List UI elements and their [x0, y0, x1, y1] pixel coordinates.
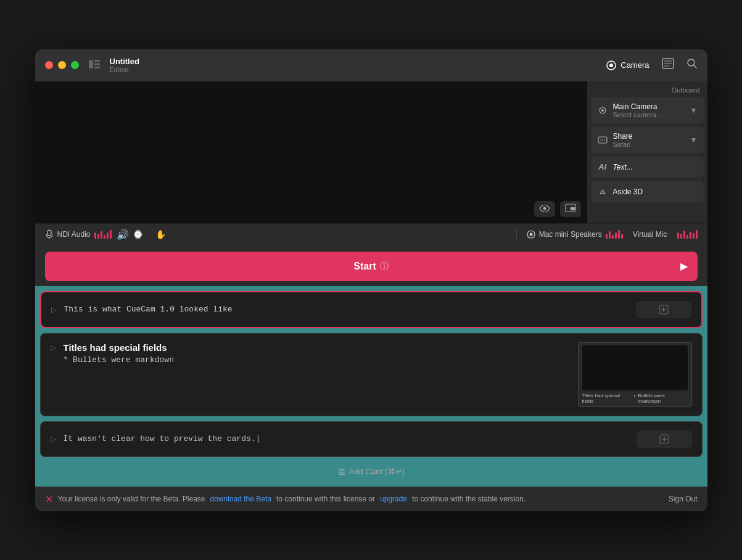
- eye-button[interactable]: [534, 201, 555, 217]
- card-2-bullet: * Bullets were markdown: [64, 355, 174, 364]
- card-2-thumbnail-preview: [582, 345, 688, 390]
- window-title: Untitled: [110, 57, 139, 67]
- card-3-text: It wasn't clear how to previw the cards.…: [64, 434, 627, 443]
- window-subtitle: Edited: [110, 66, 139, 73]
- upgrade-link[interactable]: upgrade: [380, 495, 407, 503]
- sidebar-item-text[interactable]: AI Text...: [591, 157, 704, 178]
- license-message-start: Your license is only valid for the Beta.…: [58, 495, 205, 503]
- outboard-label: Outboard: [587, 84, 707, 95]
- svg-rect-19: [47, 230, 51, 236]
- card-1[interactable]: ▷ This is what CueCam 1.0 looked like: [40, 291, 703, 328]
- card-2-thumbnail: Titles had special fields • Bullets were…: [578, 342, 692, 407]
- camera-item-title: Main Camera: [613, 102, 686, 111]
- virtualmic-volume-bars: [677, 230, 698, 239]
- svg-rect-2: [94, 63, 100, 65]
- download-beta-link[interactable]: download the Beta: [210, 495, 271, 503]
- camera-sidebar-icon: [597, 105, 608, 116]
- text-sidebar-icon: AI: [597, 162, 608, 173]
- svg-rect-14: [571, 207, 575, 210]
- share-item-title: Share: [613, 132, 686, 141]
- search-button[interactable]: [686, 58, 698, 72]
- preview-sidebar: Outboard Main Camera Select camera... ▼: [587, 81, 707, 223]
- start-button[interactable]: Start ⓘ ▶: [45, 252, 698, 281]
- volume-icon[interactable]: 🔊: [117, 229, 129, 241]
- svg-line-11: [693, 65, 696, 68]
- add-card-label: Add Card [⌘↵]: [349, 467, 405, 476]
- audio-right: Mac mini Speakers Virtual Mic: [516, 228, 698, 241]
- camera-button[interactable]: Camera: [606, 60, 649, 71]
- speakers-label: Mac mini Speakers: [539, 230, 602, 239]
- speakers-volume-bars: [606, 230, 623, 239]
- ndi-audio-item: NDI Audio 🔊 ⌚: [45, 229, 143, 241]
- card-2-play-icon[interactable]: ▷: [51, 344, 56, 352]
- share-sidebar-icon: [597, 134, 608, 146]
- license-error-icon: ✕: [45, 493, 53, 505]
- aside-item-label: Aside 3D: [613, 187, 643, 196]
- camera-icon: [606, 60, 617, 71]
- close-button[interactable]: [45, 61, 53, 69]
- thumbnail-title-label: Titles had special fields: [582, 393, 632, 404]
- add-card-icon: ⊞: [338, 467, 345, 477]
- preview-area: Outboard Main Camera Select camera... ▼: [35, 81, 707, 223]
- main-window: Untitled Edited Camera: [35, 49, 707, 511]
- mic-icon: [45, 229, 54, 239]
- card-1-play-icon[interactable]: ▷: [51, 305, 57, 314]
- fullscreen-button[interactable]: [71, 61, 79, 69]
- svg-point-16: [601, 109, 604, 112]
- card-3-play-icon[interactable]: ▷: [51, 435, 56, 443]
- card-3[interactable]: ▷ It wasn't clear how to previw the card…: [40, 421, 703, 457]
- sidebar-toggle-button[interactable]: [89, 60, 100, 71]
- card-2-title: Titles had special fields: [64, 342, 568, 353]
- share-chevron-icon: ▼: [690, 136, 698, 144]
- start-play-icon: ▶: [680, 260, 688, 272]
- add-card-button[interactable]: ⊞ Add Card [⌘↵]: [40, 462, 703, 482]
- headphone-icon[interactable]: ⌚: [133, 229, 143, 239]
- start-label: Start: [353, 261, 376, 272]
- cards-area: ▷ This is what CueCam 1.0 looked like ▷ …: [35, 286, 707, 487]
- minimize-button[interactable]: [58, 61, 66, 69]
- card-1-add-button[interactable]: [636, 301, 691, 318]
- sidebar-item-camera[interactable]: Main Camera Select camera... ▼: [591, 97, 704, 123]
- card-2-thumbnail-labels: Titles had special fields • Bullets were…: [582, 393, 688, 404]
- audio-divider: [516, 228, 517, 241]
- thumbnail-bullet-label: Bullets were markdown: [638, 393, 687, 404]
- card-3-add-button[interactable]: [637, 430, 692, 448]
- audio-bar: NDI Audio 🔊 ⌚ ✋ Mac mini Speakers: [35, 223, 707, 245]
- license-message-end: to continue with the stable version.: [412, 495, 526, 503]
- preview-video: [35, 81, 587, 223]
- titlebar: Untitled Edited Camera: [35, 49, 707, 81]
- hand-icon: ✋: [155, 229, 166, 239]
- svg-point-5: [609, 64, 613, 67]
- card-2[interactable]: ▷ Titles had special fields * Bullets we…: [40, 333, 703, 416]
- camera-item-content: Main Camera Select camera...: [613, 102, 686, 118]
- svg-rect-0: [89, 60, 93, 68]
- virtualmic-label: Virtual Mic: [633, 230, 667, 239]
- svg-rect-3: [94, 67, 100, 68]
- svg-point-22: [529, 233, 532, 236]
- license-message-mid: to continue with this license or: [276, 495, 375, 503]
- camera-chevron-icon: ▼: [690, 106, 698, 115]
- traffic-lights: [45, 61, 79, 69]
- speaker-icon: [527, 230, 535, 239]
- speakers-item: Mac mini Speakers: [527, 230, 623, 239]
- sidebar-item-aside[interactable]: Aside 3D: [591, 181, 704, 202]
- svg-rect-1: [94, 60, 100, 62]
- sign-out-button[interactable]: Sign Out: [669, 495, 698, 503]
- aside-sidebar-icon: [597, 186, 608, 197]
- ndi-volume-bars: [94, 230, 112, 239]
- notes-button[interactable]: [662, 58, 674, 72]
- share-item-content: Share Safari: [613, 132, 686, 148]
- share-item-sub: Safari: [613, 141, 686, 148]
- card-2-content: Titles had special fields * Bullets were…: [64, 342, 568, 364]
- pip-button[interactable]: [560, 201, 581, 217]
- start-info-icon: ⓘ: [380, 261, 389, 272]
- title-group: Untitled Edited: [110, 57, 139, 74]
- sidebar-item-share[interactable]: Share Safari ▼: [591, 127, 704, 153]
- card-1-text: This is what CueCam 1.0 looked like: [64, 305, 626, 314]
- text-item-label: Text...: [613, 163, 633, 171]
- camera-label: Camera: [620, 60, 649, 70]
- svg-point-12: [543, 207, 546, 210]
- camera-item-sub: Select camera...: [613, 111, 686, 118]
- preview-controls: [534, 201, 581, 217]
- titlebar-right: Camera: [606, 58, 697, 72]
